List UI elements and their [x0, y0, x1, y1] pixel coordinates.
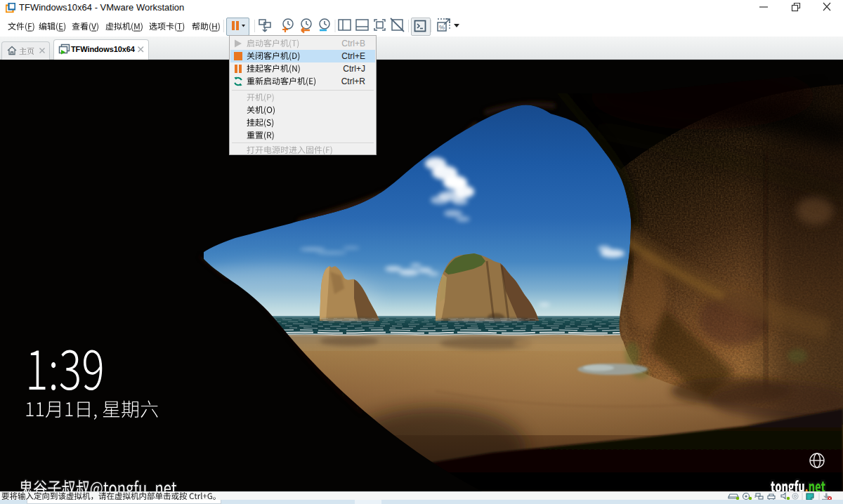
svg-text:%: % [439, 24, 445, 31]
